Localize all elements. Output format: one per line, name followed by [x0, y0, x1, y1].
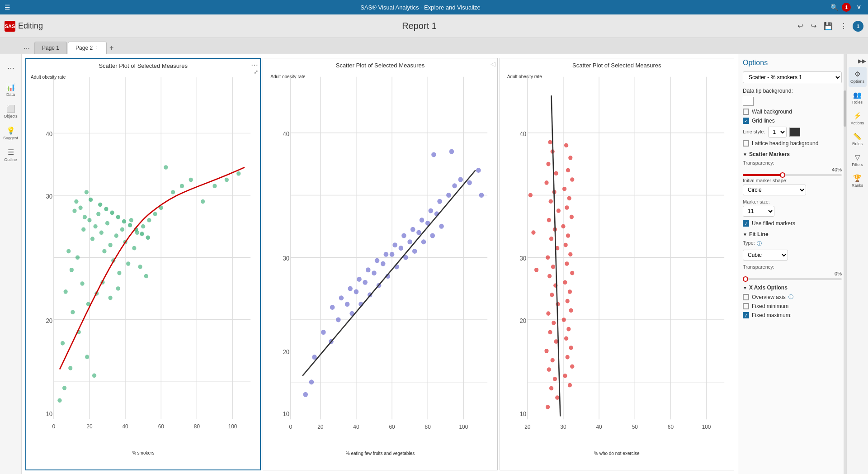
fit-type-select[interactable]: Cubic Linear Quadratic	[743, 250, 788, 261]
save-button[interactable]: 💾	[822, 21, 835, 31]
fixed-max-checkbox[interactable]	[743, 312, 749, 318]
use-filled-label: Use filled markers	[752, 220, 795, 227]
tab-page2-more[interactable]: ⋮	[94, 46, 99, 51]
fit-type-info-icon[interactable]: ⓘ	[757, 240, 762, 247]
data-tip-color-picker[interactable]	[743, 97, 754, 106]
svg-point-118	[429, 208, 434, 213]
svg-point-190	[546, 255, 550, 260]
svg-point-191	[551, 265, 555, 269]
use-filled-checkbox[interactable]	[743, 220, 749, 227]
app-header: SAS Editing Report 1 ↩ ↪ 💾 ⋮ 1	[0, 14, 868, 38]
lattice-checkbox[interactable]	[743, 140, 749, 147]
right-tool-options[interactable]: ⚙ Options	[849, 67, 867, 87]
wall-bg-checkbox[interactable]	[743, 109, 749, 115]
svg-point-214	[569, 215, 573, 219]
right-tool-roles[interactable]: 👥 Roles	[849, 88, 867, 108]
svg-point-124	[381, 261, 386, 266]
undo-button[interactable]: ↩	[796, 21, 805, 31]
transparency-thumb[interactable]	[780, 172, 785, 178]
sidebar-collapse-area: ▶▶	[847, 58, 868, 64]
marker-size-select[interactable]: 11 8 12 14	[743, 206, 774, 217]
chart-panel-1: ⋯ ⤢ Scatter Plot of Selected Measures Ad…	[25, 58, 261, 470]
svg-point-116	[410, 227, 415, 232]
overview-axis-row: Overview axis ⓘ	[743, 294, 842, 300]
fit-transparency-slider-container	[743, 278, 842, 280]
svg-point-137	[446, 193, 451, 198]
filters-label: Filters	[852, 162, 863, 167]
chart2-left-arrow[interactable]: ◁	[491, 60, 495, 67]
chart2-area: 40 30 20 10 0 20 40 60 80 100	[267, 71, 493, 457]
marker-shape-select[interactable]: Circle Square Diamond Triangle	[743, 185, 806, 195]
x-axis-section[interactable]: ▼ X Axis Options	[743, 284, 842, 291]
svg-point-227	[564, 336, 568, 341]
main-layout: ⋯ 📊 Data ⬜ Objects 💡 Suggest ☰ Outline ⋯…	[0, 54, 868, 474]
chart-selector-dropdown[interactable]: Scatter - % smokers 1	[743, 71, 842, 83]
svg-point-107	[330, 305, 335, 310]
top-bar-right: 🔍 1 V	[830, 3, 863, 12]
chart3-x-label: % who do not exercise	[594, 451, 640, 456]
right-tool-filters[interactable]: ▽ Filters	[849, 150, 867, 170]
more-actions-button[interactable]: ⋮	[838, 21, 849, 31]
right-tool-rules[interactable]: 📏 Rules	[849, 129, 867, 149]
svg-point-186	[547, 218, 551, 223]
line-style-select[interactable]: 1 2 3	[768, 127, 787, 137]
svg-point-138	[453, 183, 458, 188]
svg-text:10: 10	[46, 410, 52, 417]
sidebar-tool-objects[interactable]: ⬜ Objects	[2, 101, 20, 121]
svg-point-52	[144, 274, 148, 279]
fit-transparency-thumb[interactable]	[743, 276, 748, 282]
tab-page1-label: Page 1	[42, 45, 59, 51]
user-avatar-top[interactable]: V	[854, 3, 863, 12]
scatter-markers-chevron: ▼	[743, 152, 747, 157]
svg-point-209	[566, 168, 570, 173]
sidebar-tool-suggest[interactable]: 💡 Suggest	[2, 123, 20, 143]
svg-point-208	[568, 156, 572, 160]
fixed-min-checkbox[interactable]	[743, 303, 749, 309]
sidebar-tool-more[interactable]: ⋯	[2, 58, 20, 78]
scatter-markers-section[interactable]: ▼ Scatter Markers	[743, 151, 842, 157]
svg-point-139	[458, 177, 463, 182]
wall-bg-label: Wall background	[752, 109, 792, 115]
svg-point-50	[138, 265, 142, 269]
svg-point-198	[548, 330, 552, 335]
chart1-menu-button[interactable]: ⋯	[251, 61, 258, 69]
svg-point-180	[546, 162, 550, 166]
svg-point-26	[85, 190, 89, 194]
svg-point-140	[431, 152, 436, 157]
collapse-sidebar-button[interactable]: ▶▶	[858, 58, 866, 64]
add-page-button[interactable]: +	[108, 42, 115, 54]
tab-page2-label: Page 2	[75, 45, 93, 51]
fit-line-section[interactable]: ▼ Fit Line	[743, 231, 842, 237]
svg-line-237	[551, 95, 560, 416]
svg-point-45	[66, 249, 71, 254]
svg-point-67	[57, 398, 61, 403]
overview-axis-info-icon[interactable]: ⓘ	[788, 294, 793, 300]
marker-size-label: Marker size:	[743, 199, 842, 204]
chart3-svg: 40 30 20 10 20 30 40 50 60 100	[504, 71, 730, 457]
line-color-picker[interactable]	[789, 128, 800, 137]
data-tip-color-row	[743, 97, 842, 106]
redo-button[interactable]: ↪	[809, 21, 818, 31]
user-badge[interactable]: 1	[853, 21, 863, 32]
search-icon[interactable]: 🔍	[830, 4, 838, 11]
hamburger-icon[interactable]: ☰	[5, 4, 10, 11]
svg-point-197	[552, 321, 556, 325]
svg-point-121	[354, 289, 359, 294]
sidebar-tool-outline[interactable]: ☰ Outline	[2, 145, 20, 165]
fit-type-label: Type:	[743, 240, 755, 246]
page-nav-icon[interactable]: ⋯	[22, 43, 32, 54]
tab-page2[interactable]: Page 2 ⋮	[68, 42, 107, 54]
svg-point-119	[336, 317, 341, 322]
right-tool-actions[interactable]: ⚡ Actions	[849, 109, 867, 128]
overview-axis-checkbox[interactable]	[743, 294, 749, 300]
right-tool-ranks[interactable]: 🏆 Ranks	[849, 171, 867, 191]
notification-badge[interactable]: 1	[842, 3, 851, 12]
tab-page1[interactable]: Page 1	[34, 42, 67, 54]
sas-logo-icon: SAS	[5, 21, 15, 32]
sidebar-tool-data[interactable]: 📊 Data	[2, 80, 20, 100]
svg-point-111	[366, 267, 371, 272]
svg-text:30: 30	[46, 193, 52, 199]
svg-point-128	[416, 230, 421, 235]
grid-lines-checkbox[interactable]	[743, 118, 749, 124]
svg-point-84	[140, 232, 144, 236]
